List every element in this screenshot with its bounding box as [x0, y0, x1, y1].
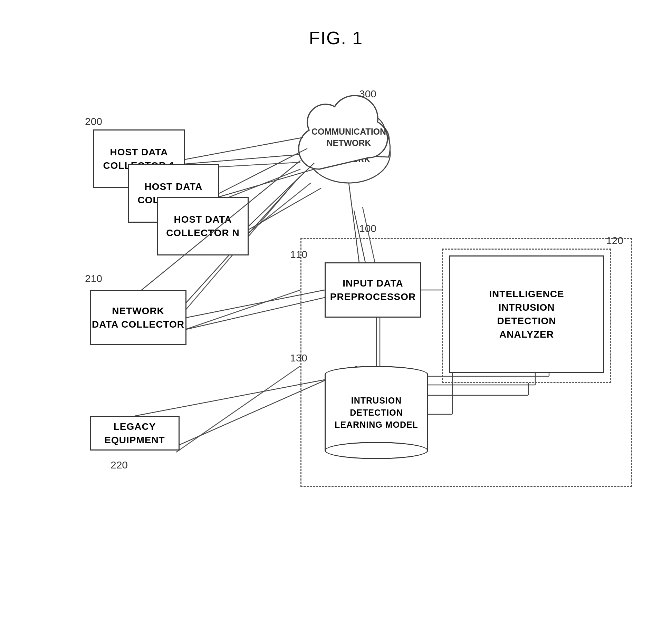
figure-title: FIG. 1: [309, 28, 363, 48]
label-130: 130: [290, 352, 307, 364]
svg-text:NETWORK: NETWORK: [326, 138, 371, 148]
intrusion-detection-cylinder: INTRUSION DETECTION LEARNING MODEL: [325, 366, 428, 459]
label-200: 200: [85, 116, 102, 127]
network-data-collector: NETWORK DATA COLLECTOR: [90, 290, 186, 345]
label-220: 220: [111, 459, 128, 471]
label-120: 120: [606, 235, 623, 246]
host-data-collector-n: HOST DATA COLLECTOR N: [157, 197, 249, 255]
svg-line-42: [135, 380, 325, 416]
diagram: FIG. 1: [0, 0, 672, 639]
label-210: 210: [85, 273, 102, 284]
svg-text:COMMUNICATION: COMMUNICATION: [311, 127, 386, 136]
intelligence-intrusion-analyzer: INTELLIGENCE INTRUSION DETECTION ANALYZE…: [449, 255, 604, 373]
svg-line-5: [176, 366, 300, 452]
label-300: 300: [359, 88, 376, 100]
svg-line-15: [249, 188, 321, 230]
legacy-equipment: LEGACY EQUIPMENT: [90, 416, 180, 451]
svg-line-37: [185, 137, 303, 159]
label-110: 110: [290, 249, 307, 260]
cloud-svg: COMMUNICATION NETWORK: [290, 90, 407, 193]
svg-line-3: [180, 290, 300, 331]
input-data-preprocessor: INPUT DATA PREPROCESSOR: [325, 262, 421, 318]
label-100: 100: [359, 223, 376, 234]
